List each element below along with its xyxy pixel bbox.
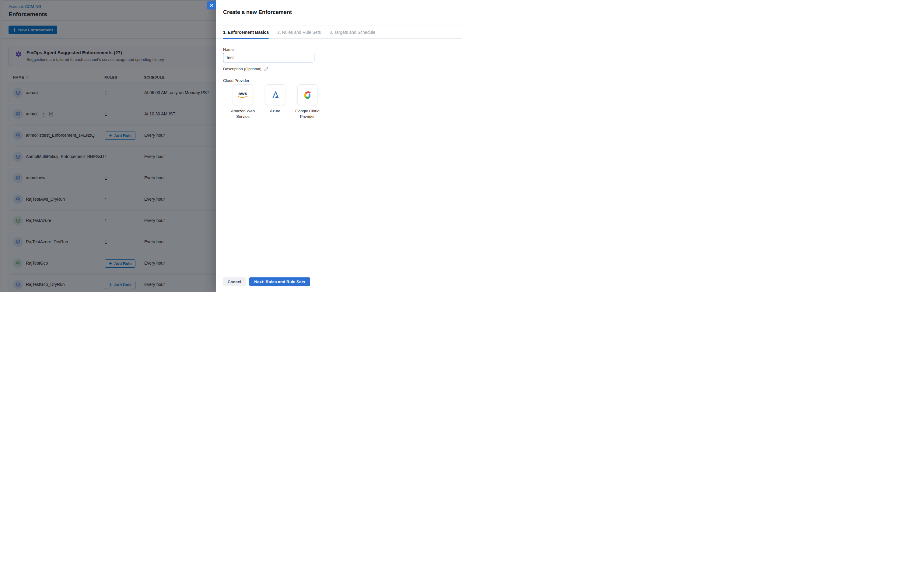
azure-card[interactable]	[265, 84, 285, 105]
provider-option-azure[interactable]: Azure	[260, 84, 290, 119]
aws-smile-icon	[238, 96, 248, 99]
cloud-provider-options: aws Amazon Web Servies Azure	[227, 84, 323, 119]
wizard-tabs: 1. Enforcement Basics 2. Rules and Rule …	[216, 26, 462, 39]
provider-option-gcp[interactable]: Google Cloud Provider	[292, 84, 323, 119]
tab-enforcement-basics[interactable]: 1. Enforcement Basics	[223, 26, 269, 38]
close-icon	[210, 3, 214, 7]
drawer-footer: Cancel Next: Rules and Rule Sets	[223, 277, 310, 286]
name-input-value: test	[227, 55, 234, 60]
provider-label-gcp: Google Cloud Provider	[292, 108, 323, 119]
azure-logo-icon	[270, 90, 280, 99]
cloud-provider-label: Cloud Provider	[223, 78, 249, 83]
gcp-card[interactable]	[297, 84, 317, 105]
description-label: Description (Optional)	[223, 67, 261, 71]
pencil-icon[interactable]	[264, 67, 269, 71]
cancel-button[interactable]: Cancel	[223, 277, 246, 286]
tab-rules-and-rule-sets[interactable]: 2. Rules and Rule Sets	[277, 26, 321, 38]
drawer-title: Create a new Enforcement	[223, 9, 292, 15]
next-button[interactable]: Next: Rules and Rule Sets	[249, 277, 310, 286]
provider-label-azure: Azure	[270, 108, 280, 114]
aws-logo: aws	[238, 91, 247, 96]
provider-label-aws: Amazon Web Servies	[227, 108, 258, 119]
gcp-logo-icon	[302, 90, 313, 99]
text-caret	[234, 55, 235, 60]
tab-targets-and-schedule[interactable]: 3. Targets and Schedule	[329, 26, 375, 38]
name-label: Name	[223, 47, 234, 52]
aws-card[interactable]: aws	[233, 84, 253, 105]
description-label-row: Description (Optional)	[223, 67, 269, 71]
provider-option-aws[interactable]: aws Amazon Web Servies	[227, 84, 258, 119]
create-enforcement-drawer: Create a new Enforcement 1. Enforcement …	[216, 0, 462, 292]
close-button[interactable]	[207, 1, 216, 10]
name-input[interactable]: test	[223, 53, 314, 63]
